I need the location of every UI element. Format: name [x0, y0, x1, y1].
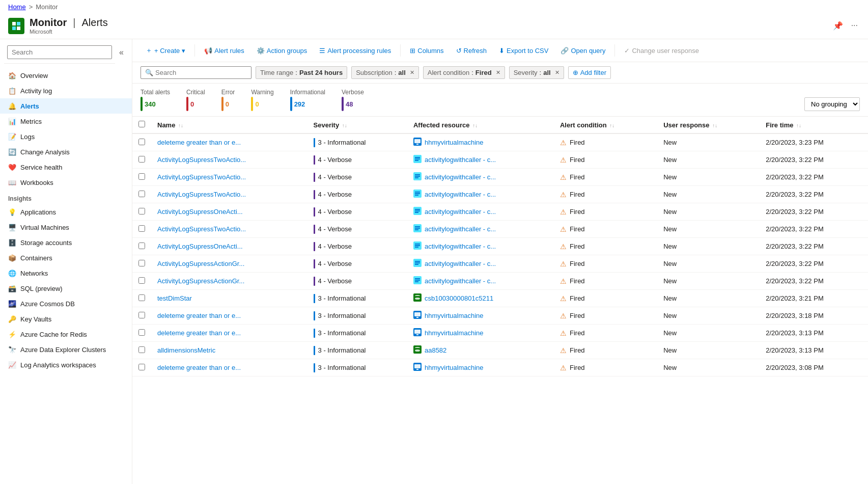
resource-link[interactable]: activitylogwithcaller - c...	[425, 173, 496, 181]
sidebar-item-redis[interactable]: ⚡ Azure Cache for Redis	[0, 327, 132, 342]
alert-name-link[interactable]: ActivityLogSupressTwoActio...	[157, 191, 246, 198]
severity-filter[interactable]: Severity : all ✕	[509, 66, 564, 79]
sidebar-item-cosmos[interactable]: 🌌 Azure Cosmos DB	[0, 296, 132, 311]
resource-link[interactable]: csb10030000801c5211	[425, 294, 493, 302]
subscription-filter[interactable]: Subscription : all ✕	[351, 66, 419, 79]
sidebar-item-logs[interactable]: 📝 Logs	[0, 129, 132, 144]
row-checkbox[interactable]	[138, 294, 145, 301]
row-checkbox[interactable]	[138, 156, 145, 163]
alert-condition-close-icon[interactable]: ✕	[496, 69, 500, 76]
sidebar-item-activity-log[interactable]: 📋 Activity log	[0, 83, 132, 98]
sidebar-item-sql[interactable]: 🗃️ SQL (preview)	[0, 281, 132, 296]
resource-link[interactable]: hhmyvirtualmachine	[425, 139, 484, 146]
resource-link[interactable]: hhmyvirtualmachine	[425, 329, 484, 337]
row-checkbox[interactable]	[138, 277, 145, 284]
resource-link[interactable]: hhmyvirtualmachine	[425, 312, 484, 319]
more-icon[interactable]: ···	[849, 19, 860, 33]
row-checkbox[interactable]	[138, 173, 145, 180]
alert-name-link[interactable]: ActivityLogSupressTwoActio...	[157, 156, 246, 164]
sidebar-item-alerts[interactable]: 🔔 Alerts	[0, 98, 132, 114]
row-severity: 4 - Verbose	[307, 273, 407, 290]
verbose-summary[interactable]: Verbose 48	[342, 89, 364, 111]
resource-link[interactable]: activitylogwithcaller - c...	[425, 243, 496, 250]
alert-name-link[interactable]: deleteme greater than or e...	[157, 364, 241, 371]
row-checkbox[interactable]	[138, 346, 145, 353]
sidebar-item-storage-accounts[interactable]: 🗄️ Storage accounts	[0, 235, 132, 250]
columns-button[interactable]: ⊞ Columns	[405, 44, 449, 57]
add-filter-button[interactable]: ⊕ Add filter	[568, 66, 611, 79]
alert-rules-button[interactable]: 📢 Alert rules	[199, 44, 249, 57]
resource-link[interactable]: activitylogwithcaller - c...	[425, 191, 496, 198]
export-button[interactable]: ⬇ Export to CSV	[494, 44, 553, 57]
informational-summary[interactable]: Informational 292	[290, 89, 325, 111]
alert-name-link[interactable]: deleteme greater than or e...	[157, 139, 241, 146]
pin-icon[interactable]: 📌	[831, 19, 845, 33]
breadcrumb-home[interactable]: Home	[8, 3, 26, 11]
resource-link[interactable]: aa8582	[425, 346, 446, 354]
search-input[interactable]	[155, 69, 247, 76]
sidebar-item-workbooks[interactable]: 📖 Workbooks	[0, 175, 132, 190]
sidebar-item-applications[interactable]: 💡 Applications	[0, 204, 132, 220]
open-query-button[interactable]: 🔗 Open query	[555, 44, 610, 57]
total-alerts-summary[interactable]: Total alerts 340	[141, 89, 170, 111]
alert-name-link[interactable]: alldimensionsMetric	[157, 346, 215, 354]
time-range-filter[interactable]: Time range : Past 24 hours	[256, 66, 347, 79]
sidebar-item-keyvaults[interactable]: 🔑 Key Vaults	[0, 311, 132, 327]
alert-name-link[interactable]: ActivityLogSupressOneActi...	[157, 243, 243, 250]
row-checkbox[interactable]	[138, 139, 145, 145]
critical-summary[interactable]: Critical 0	[186, 89, 205, 111]
subscription-close-icon[interactable]: ✕	[410, 69, 414, 76]
select-all-checkbox[interactable]	[138, 121, 145, 127]
sidebar-search-input[interactable]	[7, 45, 112, 59]
row-checkbox[interactable]	[138, 312, 145, 318]
alert-name-link[interactable]: ActivityLogSupressTwoActio...	[157, 173, 246, 181]
grouping-select[interactable]: No grouping	[804, 97, 860, 111]
sidebar-item-metrics[interactable]: 📊 Metrics	[0, 114, 132, 129]
resource-link[interactable]: activitylogwithcaller - c...	[425, 277, 496, 285]
sidebar-item-data-explorer[interactable]: 🔭 Azure Data Explorer Clusters	[0, 342, 132, 357]
row-checkbox[interactable]	[138, 260, 145, 266]
row-checkbox[interactable]	[138, 191, 145, 197]
alert-name-link[interactable]: ActivityLogSupressActionGr...	[157, 277, 244, 285]
sidebar-item-change-analysis[interactable]: 🔄 Change Analysis	[0, 144, 132, 159]
error-summary[interactable]: Error 0	[221, 89, 235, 111]
alert-processing-button[interactable]: ☰ Alert processing rules	[314, 44, 396, 57]
alert-name-link[interactable]: deleteme greater than or e...	[157, 312, 241, 319]
sidebar-collapse-button[interactable]: «	[115, 46, 128, 59]
sidebar-item-containers[interactable]: 📦 Containers	[0, 250, 132, 265]
alert-condition-filter[interactable]: Alert condition : Fired ✕	[423, 66, 505, 79]
alert-name-link[interactable]: deleteme greater than or e...	[157, 329, 241, 337]
col-resource-header[interactable]: Affected resource ↑↓	[407, 117, 554, 133]
col-response-header[interactable]: User response ↑↓	[657, 117, 760, 133]
sidebar-item-overview[interactable]: 🏠 Overview	[0, 68, 132, 83]
row-checkbox[interactable]	[138, 208, 145, 214]
resource-link[interactable]: hhmyvirtualmachine	[425, 364, 484, 371]
refresh-button[interactable]: ↺ Refresh	[451, 44, 492, 57]
sidebar-item-log-analytics[interactable]: 📈 Log Analytics workspaces	[0, 357, 132, 372]
row-checkbox[interactable]	[138, 225, 145, 232]
col-condition-header[interactable]: Alert condition ↑↓	[554, 117, 657, 133]
col-severity-header[interactable]: Severity ↑↓	[307, 117, 407, 133]
resource-link[interactable]: activitylogwithcaller - c...	[425, 208, 496, 216]
alert-name-link[interactable]: ActivityLogSupressActionGr...	[157, 260, 244, 267]
row-checkbox[interactable]	[138, 329, 145, 336]
sidebar-item-virtual-machines[interactable]: 🖥️ Virtual Machines	[0, 220, 132, 235]
row-checkbox[interactable]	[138, 364, 145, 370]
resource-link[interactable]: activitylogwithcaller - c...	[425, 156, 496, 164]
resource-link[interactable]: activitylogwithcaller - c...	[425, 225, 496, 233]
resource-link[interactable]: activitylogwithcaller - c...	[425, 260, 496, 267]
change-response-button[interactable]: ✓ Change user response	[619, 44, 704, 57]
col-firetime-header[interactable]: Fire time ↑↓	[760, 117, 868, 133]
alert-name-link[interactable]: ActivityLogSupressTwoActio...	[157, 225, 246, 233]
col-name-header[interactable]: Name ↑↓	[151, 117, 307, 133]
row-checkbox[interactable]	[138, 243, 145, 249]
sidebar-item-service-health[interactable]: ❤️ Service health	[0, 159, 132, 175]
alert-name-link[interactable]: testDimStar	[157, 294, 192, 302]
severity-close-icon[interactable]: ✕	[555, 69, 559, 76]
sidebar-item-networks[interactable]: 🌐 Networks	[0, 265, 132, 281]
warning-summary[interactable]: Warning 0	[251, 89, 273, 111]
alert-name-link[interactable]: ActivityLogSupressOneActi...	[157, 208, 243, 216]
select-all-header[interactable]	[132, 117, 151, 133]
create-button[interactable]: ＋ + Create ▾	[141, 43, 190, 58]
action-groups-button[interactable]: ⚙️ Action groups	[251, 44, 313, 57]
